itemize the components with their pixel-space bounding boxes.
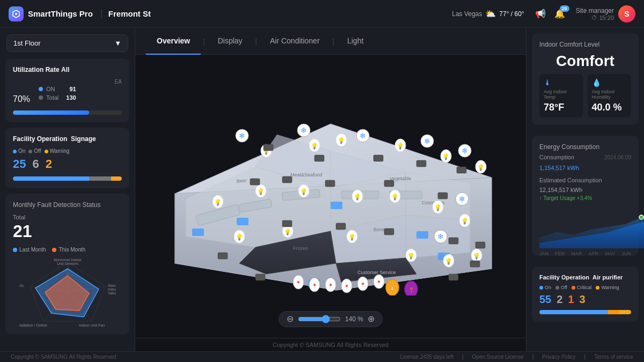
indoor-comfort-title: Indoor Comfort Level bbox=[539, 41, 631, 48]
svg-text:❄: ❄ bbox=[424, 137, 430, 145]
svg-text:Meat&Seafood: Meat&Seafood bbox=[290, 172, 323, 178]
svg-text:💡: 💡 bbox=[461, 217, 469, 225]
svg-point-1 bbox=[15, 13, 17, 15]
svg-text:!: ! bbox=[392, 286, 393, 291]
chart-jan: JAN bbox=[539, 251, 548, 256]
alert-button[interactable]: 📢 bbox=[535, 9, 546, 19]
tab-light[interactable]: Light bbox=[336, 28, 374, 55]
rf-critical-label: Critical bbox=[577, 285, 592, 290]
utilization-title: Utilization Rate All bbox=[13, 66, 122, 73]
util-ea-label: EA bbox=[13, 79, 122, 85]
footer-separator-3: | bbox=[584, 354, 586, 360]
weather-icon: ⛅ bbox=[485, 9, 496, 19]
header-icons: 📢 🔔 29 bbox=[535, 9, 565, 19]
thermometer-icon: 🌡 bbox=[544, 78, 579, 87]
svg-text:💡: 💡 bbox=[311, 142, 318, 150]
right-facility-stats: 55 2 1 3 bbox=[539, 293, 631, 306]
facility-warning-stat: 2 bbox=[46, 157, 52, 171]
svg-text:📍: 📍 bbox=[296, 280, 301, 286]
zoom-slider[interactable] bbox=[298, 315, 341, 323]
svg-text:Etc.: Etc. bbox=[19, 284, 25, 287]
rf-warning-legend: Warning bbox=[596, 285, 619, 290]
last-month-dot bbox=[13, 248, 17, 252]
zoom-in-button[interactable]: ⊕ bbox=[368, 315, 375, 323]
main-content: 1st Floor ▼ Utilization Rate All EA 70% … bbox=[0, 28, 644, 351]
svg-text:Frozen: Frozen bbox=[293, 246, 308, 251]
energy-header-row: Consumption 2024.06.09 bbox=[539, 154, 631, 160]
footer-open-source[interactable]: Open Source License bbox=[472, 354, 524, 360]
svg-text:Beer: Beer bbox=[236, 178, 247, 184]
rf-critical-dot bbox=[572, 286, 575, 290]
notification-badge: 29 bbox=[560, 5, 569, 12]
floor-label: 1st Floor bbox=[13, 39, 41, 47]
user-avatar[interactable]: S bbox=[618, 5, 635, 23]
location-label: Fremont St bbox=[101, 9, 151, 18]
tab-air-conditioner[interactable]: Air Conditioner bbox=[259, 28, 331, 55]
svg-point-138 bbox=[639, 215, 643, 219]
total-dot bbox=[39, 95, 43, 100]
svg-text:💡: 💡 bbox=[300, 188, 308, 195]
tab-divider-1: | bbox=[201, 37, 207, 45]
rf-warning-value: 3 bbox=[580, 293, 586, 306]
svg-text:📍: 📍 bbox=[360, 282, 365, 287]
svg-rect-45 bbox=[192, 228, 204, 236]
notification-button[interactable]: 🔔 29 bbox=[554, 9, 565, 19]
tab-display[interactable]: Display bbox=[207, 28, 253, 55]
svg-text:💡: 💡 bbox=[434, 204, 442, 211]
svg-text:📍: 📍 bbox=[408, 287, 415, 293]
consumption-label: Consumption bbox=[539, 154, 574, 160]
facility-progress-fill bbox=[13, 176, 122, 181]
target-usage-label: ↑ Target Usage +3.4% bbox=[539, 195, 631, 201]
tab-overview[interactable]: Overview bbox=[146, 28, 201, 55]
chart-mar: MAR bbox=[571, 251, 582, 256]
center-footer: Copyright © SAMSUNG All Rights Reserved bbox=[135, 338, 526, 351]
weather-temp: 77° / 60° bbox=[499, 10, 524, 18]
svg-text:💡: 💡 bbox=[391, 193, 399, 201]
facility-off-value: 6 bbox=[32, 157, 39, 171]
footer-links: License 2435 days left | Open Source Lic… bbox=[400, 354, 633, 360]
rf-off-legend: Off bbox=[555, 285, 567, 290]
svg-text:Valve: Valve bbox=[108, 291, 116, 295]
svg-rect-123 bbox=[457, 167, 466, 173]
floor-selector[interactable]: 1st Floor ▼ bbox=[6, 34, 128, 52]
site-manager-info: Site manager ⏱ 15:20 bbox=[576, 7, 614, 21]
svg-text:❄: ❄ bbox=[462, 146, 468, 155]
svg-rect-126 bbox=[325, 180, 335, 187]
svg-rect-122 bbox=[416, 160, 426, 167]
svg-text:💡: 💡 bbox=[338, 137, 345, 144]
floor-map-svg: Beer Meat&Seafood Vegetable Bone Cosmeti… bbox=[148, 97, 513, 295]
util-total-value: 130 bbox=[62, 94, 76, 101]
header-left: SmartThings Pro Fremont St bbox=[9, 6, 151, 21]
svg-text:📍: 📍 bbox=[312, 283, 317, 289]
center-area: Overview | Display | Air Conditioner | L… bbox=[135, 28, 526, 351]
svg-text:💡: 💡 bbox=[236, 233, 243, 241]
svg-text:💡: 💡 bbox=[442, 153, 450, 160]
rf-critical-stat: 1 bbox=[568, 293, 574, 306]
tab-divider-3: | bbox=[331, 37, 336, 45]
last-month-legend: Last Month bbox=[13, 247, 46, 253]
svg-text:📍: 📍 bbox=[344, 284, 349, 290]
rf-on-dot bbox=[539, 286, 543, 290]
energy-title: Energy Consumption bbox=[539, 143, 631, 151]
svg-rect-130 bbox=[384, 228, 394, 235]
weather-info: Las Vegas ⛅ 77° / 60° bbox=[452, 9, 524, 19]
rf-warning-stat: 3 bbox=[580, 293, 586, 306]
svg-rect-137 bbox=[218, 253, 228, 259]
svg-text:❄: ❄ bbox=[459, 195, 465, 203]
svg-text:Abnormal: Abnormal bbox=[108, 284, 116, 287]
app-name: SmartThings Pro bbox=[28, 9, 93, 18]
facility-warning-value: 2 bbox=[46, 157, 52, 171]
zoom-out-button[interactable]: ⊖ bbox=[287, 315, 294, 323]
footer-terms[interactable]: Terms of service bbox=[594, 354, 633, 360]
rf-on-legend: On bbox=[539, 285, 551, 290]
svg-text:Bone: Bone bbox=[374, 227, 385, 232]
right-facility-progress-fill bbox=[539, 310, 631, 314]
zoom-level: 140 % bbox=[345, 315, 363, 323]
svg-text:💡: 💡 bbox=[397, 142, 404, 150]
svg-text:Customer Service: Customer Service bbox=[357, 270, 396, 275]
footer-privacy[interactable]: Privacy Policy bbox=[542, 354, 575, 360]
svg-rect-132 bbox=[449, 238, 458, 244]
chart-apr: APR bbox=[588, 251, 598, 256]
rf-off-value: 2 bbox=[557, 293, 562, 306]
svg-rect-128 bbox=[438, 193, 448, 199]
